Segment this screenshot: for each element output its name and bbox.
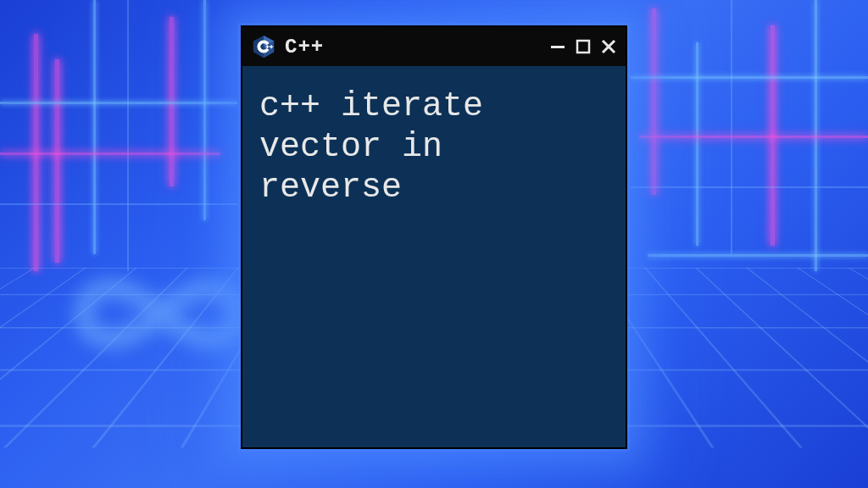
svg-rect-6 bbox=[270, 47, 273, 47]
infinity-glow bbox=[51, 254, 271, 373]
window-title: C++ bbox=[285, 36, 539, 58]
terminal-window: C++ c++ iterate vector in reverse bbox=[241, 25, 627, 449]
svg-rect-7 bbox=[551, 46, 565, 48]
cpp-logo-icon bbox=[251, 34, 276, 59]
terminal-content-text: c++ iterate vector in reverse bbox=[259, 86, 609, 208]
titlebar[interactable]: C++ bbox=[242, 27, 626, 66]
window-controls bbox=[548, 36, 619, 57]
svg-rect-4 bbox=[265, 47, 269, 47]
svg-rect-8 bbox=[577, 41, 589, 53]
maximize-button[interactable] bbox=[573, 36, 593, 57]
minimize-button[interactable] bbox=[548, 36, 568, 57]
terminal-body: c++ iterate vector in reverse bbox=[242, 66, 626, 447]
close-button[interactable] bbox=[598, 36, 619, 57]
